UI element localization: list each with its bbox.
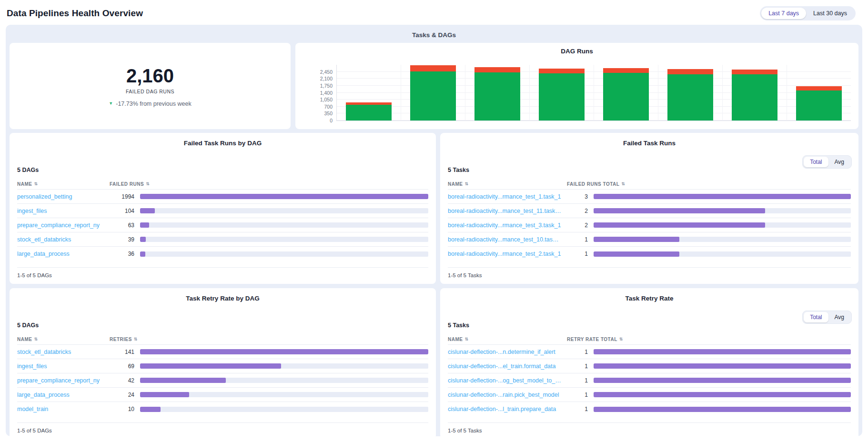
stacked-bar[interactable] [732, 65, 777, 121]
row-value: 1 [567, 406, 588, 412]
table-body: stock_etl_databricks141ingest_files69pre… [17, 345, 428, 416]
bar-slot [723, 65, 787, 121]
bar-segment-success [603, 73, 648, 121]
row-name-link[interactable]: cislunar-deflection-...og_best_model_to_… [448, 377, 561, 384]
failed-dag-runs-stat-card: 2,160 FAILED DAG RUNS ▼ -17.73% from pre… [10, 43, 291, 129]
toggle-option-total[interactable]: Total [804, 312, 828, 322]
row-name-link[interactable]: boreal-radioactivity...mance_test_11.tas… [448, 208, 561, 214]
column-header-name[interactable]: NAME⇅ [17, 337, 104, 342]
row-bar-track [594, 208, 851, 213]
row-name-link[interactable]: boreal-radioactivity...rmance_test_1.tas… [448, 193, 561, 200]
column-header-retries[interactable]: RETRIES⇅ [110, 337, 428, 342]
table-header-row: NAME⇅RETRY RATE TOTAL⇅ [448, 334, 851, 345]
row-bar-fill [594, 407, 851, 412]
row-value: 10 [110, 406, 134, 412]
stacked-bar[interactable] [539, 65, 584, 121]
bar-segment-success [474, 72, 520, 121]
row-bar-track [594, 222, 851, 228]
column-header-failed-runs-total[interactable]: FAILED RUNS TOTAL⇅ [567, 181, 851, 187]
y-axis-tick-label: 2,450 [320, 69, 333, 75]
time-range-option-last-7-days[interactable]: Last 7 days [761, 8, 806, 19]
row-name-link[interactable]: stock_etl_databricks [17, 236, 104, 243]
row-name-link[interactable]: prepare_compliance_report_ny [17, 222, 104, 229]
row-name-link[interactable]: large_data_process [17, 392, 104, 398]
row-bar-fill [594, 222, 765, 228]
bar-segment-failed [474, 67, 520, 72]
row-bar-track [140, 392, 428, 397]
row-value: 1 [567, 363, 588, 370]
row-bar-track [594, 392, 851, 397]
row-name-link[interactable]: personalized_betting [17, 193, 104, 200]
column-header-name[interactable]: NAME⇅ [448, 337, 561, 342]
row-name-link[interactable]: boreal-radioactivity...rmance_test_3.tas… [448, 222, 561, 229]
stacked-bar[interactable] [410, 65, 455, 121]
total-avg-toggle[interactable]: TotalAvg [802, 311, 852, 324]
task-retry-rate-card: Task Retry Rate TotalAvg 5 Tasks NAME⇅RE… [440, 288, 858, 439]
row-bar-track [594, 194, 851, 199]
row-name-link[interactable]: prepare_compliance_report_ny [17, 377, 104, 384]
y-axis-tick-label: 0 [330, 118, 333, 123]
row-name-link[interactable]: ingest_files [17, 363, 104, 370]
row-bar-track [140, 222, 428, 228]
sort-icon: ⇅ [134, 337, 138, 342]
row-bar-fill [594, 237, 679, 242]
row-value: 24 [110, 392, 134, 398]
row-bar-fill [594, 194, 851, 199]
row-name-link[interactable]: boreal-radioactivity...rmance_test_2.tas… [448, 251, 561, 257]
row-bar-track [140, 208, 428, 213]
pagination-status: 1-5 of 5 DAGs [17, 267, 428, 278]
dag-runs-chart[interactable]: 03507001,0501,4001,7502,1002,450 [336, 65, 851, 121]
column-header-name[interactable]: NAME⇅ [17, 181, 104, 187]
table-row: model_train10 [17, 402, 428, 416]
toggle-option-avg[interactable]: Avg [828, 312, 850, 322]
row-name-link[interactable]: model_train [17, 406, 104, 412]
stacked-bar[interactable] [603, 65, 648, 121]
row-bar-fill [140, 392, 189, 397]
dag-runs-chart-card: DAG Runs 03507001,0501,4001,7502,1002,45… [295, 43, 858, 129]
table-row: cislunar-deflection-...el_train.format_d… [448, 359, 851, 373]
time-range-toggle[interactable]: Last 7 daysLast 30 days [760, 6, 856, 20]
row-name-link[interactable]: stock_etl_databricks [17, 349, 104, 355]
column-header-label: NAME [448, 181, 463, 187]
toggle-option-total[interactable]: Total [804, 157, 828, 167]
column-header-failed-runs[interactable]: FAILED RUNS⇅ [110, 181, 428, 187]
row-bar-track [594, 407, 851, 412]
total-avg-toggle[interactable]: TotalAvg [802, 155, 852, 169]
table-row: prepare_compliance_report_ny63 [17, 218, 428, 232]
row-name-link[interactable]: cislunar-deflection-...l_train.prepare_d… [448, 406, 561, 412]
row-name-link[interactable]: boreal-radioactivity...mance_test_10.tas… [448, 236, 561, 243]
row-bar-track [140, 407, 428, 412]
row-count-label: 5 Tasks [448, 167, 851, 173]
row-value: 104 [110, 208, 134, 214]
bar-segment-failed [539, 69, 584, 74]
stacked-bar[interactable] [667, 65, 713, 121]
stat-label: FAILED DAG RUNS [126, 89, 174, 94]
y-axis-tick-label: 1,750 [320, 83, 333, 89]
bar-segment-failed [732, 70, 777, 74]
row-name-link[interactable]: cislunar-deflection-...n.determine_if_al… [448, 349, 561, 355]
row-name-link[interactable]: large_data_process [17, 251, 104, 257]
bar-segment-success [732, 74, 777, 121]
section-title: Tasks & DAGs [10, 29, 858, 43]
row-value: 39 [110, 236, 134, 243]
bar-segment-failed [410, 65, 455, 71]
time-range-option-last-30-days[interactable]: Last 30 days [806, 8, 854, 19]
task-retry-rate-by-dag-card: Task Retry Rate by DAG 5 DAGs NAME⇅RETRI… [10, 288, 436, 439]
toggle-option-avg[interactable]: Avg [828, 157, 850, 167]
row-bar-fill [140, 349, 428, 354]
stacked-bar[interactable] [474, 65, 520, 121]
row-bar-fill [594, 363, 851, 369]
column-header-name[interactable]: NAME⇅ [448, 181, 561, 187]
table-row: cislunar-deflection-...og_best_model_to_… [448, 373, 851, 388]
column-header-retry-rate-total[interactable]: RETRY RATE TOTAL⇅ [567, 337, 851, 342]
stacked-bar[interactable] [796, 65, 841, 121]
row-name-link[interactable]: ingest_files [17, 208, 104, 214]
row-bar-track [140, 378, 428, 383]
table-title: Task Retry Rate [448, 295, 851, 302]
bar-segment-success [667, 74, 713, 121]
row-count-label: 5 DAGs [17, 167, 428, 173]
stacked-bar[interactable] [346, 65, 391, 121]
row-name-link[interactable]: cislunar-deflection-...el_train.format_d… [448, 363, 561, 370]
row-name-link[interactable]: cislunar-deflection-...rain.pick_best_mo… [448, 392, 561, 398]
column-header-label: RETRY RATE TOTAL [567, 337, 617, 342]
